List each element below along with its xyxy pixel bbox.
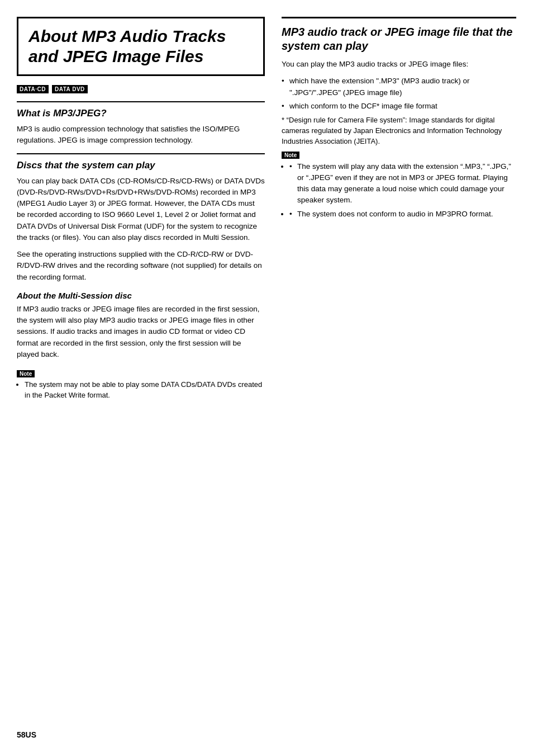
badge-data-cd: DATA·CD bbox=[17, 85, 49, 93]
page-number: 58US bbox=[17, 730, 36, 739]
section-body-mp3jpeg: MP3 is audio compression technology that… bbox=[17, 124, 265, 147]
sub-section-title-multisession: About the Multi-Session disc bbox=[17, 291, 265, 300]
section-title-mp3jpeg: What is MP3/JPEG? bbox=[17, 108, 265, 119]
left-column: About MP3 Audio Tracks and JPEG Image Fi… bbox=[17, 17, 265, 734]
note-list-left: The system may not be able to play some … bbox=[17, 380, 265, 401]
right-note-item-2: The system does not conform to audio in … bbox=[289, 209, 516, 220]
sub-section-body-multisession: If MP3 audio tracks or JPEG image files … bbox=[17, 304, 265, 360]
badges: DATA·CD DATA DVD bbox=[17, 85, 265, 93]
page-content: About MP3 Audio Tracks and JPEG Image Fi… bbox=[0, 0, 533, 756]
section-title-discs: Discs that the system can play bbox=[17, 160, 265, 171]
section-body-discs2: See the operating instructions supplied … bbox=[17, 249, 265, 283]
note-box-left: Note bbox=[17, 370, 35, 377]
section-body-discs: You can play back DATA CDs (CD-ROMs/CD-R… bbox=[17, 176, 265, 244]
note-item-left: The system may not be able to play some … bbox=[25, 380, 265, 401]
page-wrapper: About MP3 Audio Tracks and JPEG Image Fi… bbox=[0, 0, 533, 756]
note-label-right: Note bbox=[282, 147, 516, 161]
divider-2 bbox=[17, 153, 265, 154]
note-label-left: Note bbox=[17, 366, 265, 380]
divider-1 bbox=[17, 101, 265, 102]
main-title: About MP3 Audio Tracks and JPEG Image Fi… bbox=[17, 17, 265, 76]
right-intro: You can play the MP3 audio tracks or JPE… bbox=[282, 59, 516, 70]
note-box-right: Note bbox=[282, 152, 299, 159]
right-note-item-1: The system will play any data with the e… bbox=[289, 161, 516, 206]
bullet-item-2: which conform to the DCF* image file for… bbox=[282, 101, 516, 112]
badge-data-dvd: DATA DVD bbox=[52, 85, 88, 93]
right-column: MP3 audio track or JPEG image file that … bbox=[282, 17, 516, 734]
right-main-title: MP3 audio track or JPEG image file that … bbox=[282, 25, 516, 53]
right-bullet-list: which have the extension ".MP3" (MP3 aud… bbox=[282, 75, 516, 112]
bullet-item-1: which have the extension ".MP3" (MP3 aud… bbox=[282, 75, 516, 98]
right-footnote: * “Design rule for Camera File system”: … bbox=[282, 115, 516, 147]
right-note-list: The system will play any data with the e… bbox=[282, 161, 516, 220]
